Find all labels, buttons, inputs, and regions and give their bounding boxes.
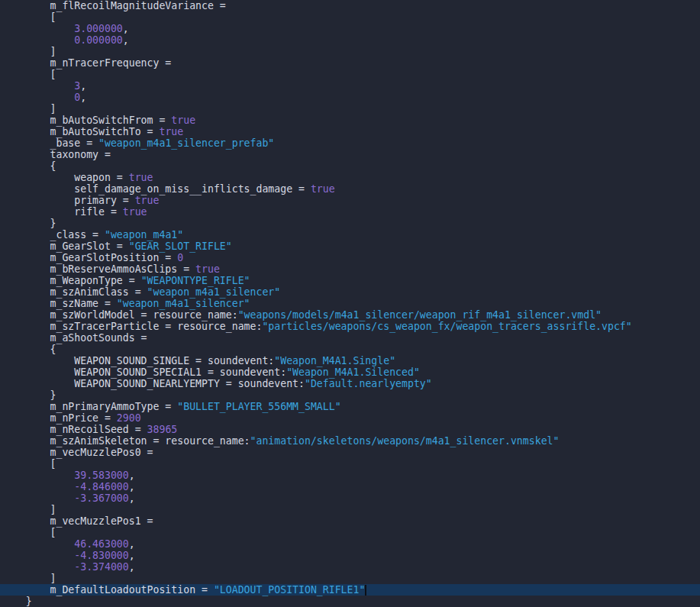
code-line[interactable]: m_vecMuzzlePos1 =	[0, 515, 700, 527]
code-line[interactable]: m_szWorldModel = resource_name:"weapons/…	[0, 309, 700, 321]
code-line[interactable]: [	[0, 458, 700, 470]
code-segment-plain: WEAPON_SOUND_SPECIAL1 = soundevent:	[2, 366, 286, 378]
code-line[interactable]: 3.000000,	[0, 23, 700, 34]
code-line[interactable]: -3.367000,	[0, 492, 700, 504]
code-segment-plain: m_vecMuzzlePos1 =	[2, 515, 153, 527]
code-line[interactable]: {	[0, 344, 700, 355]
code-segment-string: "LOADOUT_POSITION_RIFLE1"	[214, 584, 366, 596]
code-line[interactable]: m_GearSlotPosition = 0	[0, 252, 700, 263]
code-line[interactable]: m_szAnimSkeleton = resource_name:"animat…	[0, 435, 700, 447]
code-line[interactable]: weapon = true	[0, 172, 700, 183]
code-line[interactable]: _class = "weapon_m4a1"	[0, 229, 700, 241]
code-segment-string: "animation/skeletons/weapons/m4a1_silenc…	[250, 435, 560, 447]
code-segment-number: 0.000000	[74, 34, 123, 46]
code-line[interactable]: m_szName = "weapon_m4a1_silencer"	[0, 298, 700, 309]
code-segment-plain: {	[2, 344, 56, 355]
code-segment-plain: primary =	[2, 195, 135, 206]
code-line[interactable]: self_damage_on_miss__inflicts_damage = t…	[0, 183, 700, 195]
code-segment-boolean: true	[135, 195, 160, 206]
code-line[interactable]: taxonomy =	[0, 149, 700, 160]
code-editor[interactable]: m_flRecoilMagnitudeVariance = [ 3.000000…	[0, 0, 700, 607]
code-segment-plain: [	[2, 69, 56, 80]
code-line[interactable]: WEAPON_SOUND_SPECIAL1 = soundevent:"Weap…	[0, 366, 700, 378]
code-segment-plain: weapon =	[2, 172, 129, 183]
code-segment-plain: }	[2, 596, 32, 607]
code-segment-plain: m_nPrice =	[2, 412, 117, 424]
code-line[interactable]: m_flRecoilMagnitudeVariance =	[0, 0, 700, 11]
code-segment-number: 46.463000	[74, 538, 128, 550]
code-line-highlighted[interactable]: m_DefaultLoadoutPosition = "LOADOUT_POSI…	[0, 584, 700, 596]
code-line[interactable]: m_bAutoSwitchFrom = true	[0, 115, 700, 126]
code-line[interactable]: m_bReserveAmmoAsClips = true	[0, 263, 700, 275]
code-line[interactable]: 46.463000,	[0, 538, 700, 550]
code-segment-plain	[2, 550, 74, 561]
code-line[interactable]: primary = true	[0, 195, 700, 206]
code-segment-plain: ]	[2, 46, 56, 57]
code-segment-plain: rifle =	[2, 206, 123, 218]
code-line[interactable]: ]	[0, 46, 700, 57]
code-segment-plain: ,	[129, 470, 135, 481]
code-line[interactable]: -4.846000,	[0, 481, 700, 492]
code-line[interactable]: ]	[0, 504, 700, 515]
code-line[interactable]: WEAPON_SOUND_NEARLYEMPTY = soundevent:"D…	[0, 378, 700, 389]
code-line[interactable]: 0.000000,	[0, 34, 700, 46]
code-line[interactable]: }	[0, 218, 700, 229]
code-segment-string: "weapon_m4a1"	[105, 229, 183, 241]
code-segment-plain: [	[2, 11, 56, 23]
code-segment-plain: ,	[129, 561, 135, 573]
code-line[interactable]: rifle = true	[0, 206, 700, 218]
code-line[interactable]: m_szAnimClass = "weapon_m4a1_silencer"	[0, 286, 700, 298]
code-line[interactable]: 0,	[0, 92, 700, 103]
text-cursor	[365, 585, 366, 596]
code-line[interactable]: [	[0, 11, 700, 23]
code-line[interactable]: m_aShootSounds =	[0, 332, 700, 344]
code-segment-number: -4.830000	[74, 550, 128, 561]
code-line[interactable]: -3.374000,	[0, 561, 700, 573]
code-line[interactable]: _base = "weapon_m4a1_silencer_prefab"	[0, 137, 700, 149]
code-line[interactable]: m_GearSlot = "GEAR_SLOT_RIFLE"	[0, 241, 700, 252]
code-line[interactable]: }	[0, 596, 700, 607]
code-segment-number: 2900	[117, 412, 141, 424]
code-segment-boolean: true	[195, 263, 220, 275]
code-segment-plain: m_szName =	[2, 298, 117, 309]
code-line[interactable]: }	[0, 389, 700, 401]
code-line[interactable]: ]	[0, 103, 700, 115]
code-segment-plain: m_bAutoSwitchTo =	[2, 126, 159, 137]
code-line[interactable]: [	[0, 69, 700, 80]
code-segment-plain: m_WeaponType =	[2, 275, 141, 286]
code-segment-plain	[2, 492, 74, 504]
code-line[interactable]: ]	[0, 573, 700, 584]
code-segment-plain	[2, 561, 74, 573]
code-segment-plain: m_GearSlot =	[2, 241, 129, 252]
code-segment-plain: WEAPON_SOUND_NEARLYEMPTY = soundevent:	[2, 378, 305, 389]
code-line[interactable]: m_nPrimaryAmmoType = "BULLET_PLAYER_556M…	[0, 401, 700, 412]
code-segment-plain: ,	[129, 538, 135, 550]
code-segment-plain: WEAPON_SOUND_SINGLE = soundevent:	[2, 355, 274, 366]
code-line[interactable]: m_szTracerParticle = resource_name:"part…	[0, 321, 700, 332]
code-line[interactable]: m_nPrice = 2900	[0, 412, 700, 424]
code-line[interactable]: -4.830000,	[0, 550, 700, 561]
code-segment-plain: m_szTracerParticle = resource_name:	[2, 321, 262, 332]
code-line[interactable]: {	[0, 160, 700, 172]
code-segment-plain	[2, 80, 74, 92]
code-segment-plain: m_bReserveAmmoAsClips =	[2, 263, 195, 275]
code-segment-number: 38965	[147, 424, 178, 435]
code-line[interactable]: m_nTracerFrequency =	[0, 57, 700, 69]
code-segment-plain: [	[2, 527, 56, 538]
code-segment-plain: m_szAnimClass =	[2, 286, 147, 298]
code-segment-plain: m_bAutoSwitchFrom =	[2, 115, 171, 126]
code-segment-plain: m_vecMuzzlePos0 =	[2, 447, 153, 458]
code-line[interactable]: m_WeaponType = "WEAPONTYPE_RIFLE"	[0, 275, 700, 286]
code-segment-plain	[2, 92, 74, 103]
code-line[interactable]: 3,	[0, 80, 700, 92]
code-segment-plain: }	[2, 389, 56, 401]
code-segment-plain: _class =	[2, 229, 105, 241]
code-line[interactable]: WEAPON_SOUND_SINGLE = soundevent:"Weapon…	[0, 355, 700, 366]
code-line[interactable]: m_vecMuzzlePos0 =	[0, 447, 700, 458]
code-line[interactable]: 39.583000,	[0, 470, 700, 481]
code-segment-number: 0	[177, 252, 183, 263]
code-line[interactable]: m_bAutoSwitchTo = true	[0, 126, 700, 137]
code-line[interactable]: m_nRecoilSeed = 38965	[0, 424, 700, 435]
code-segment-plain	[2, 481, 74, 492]
code-line[interactable]: [	[0, 527, 700, 538]
